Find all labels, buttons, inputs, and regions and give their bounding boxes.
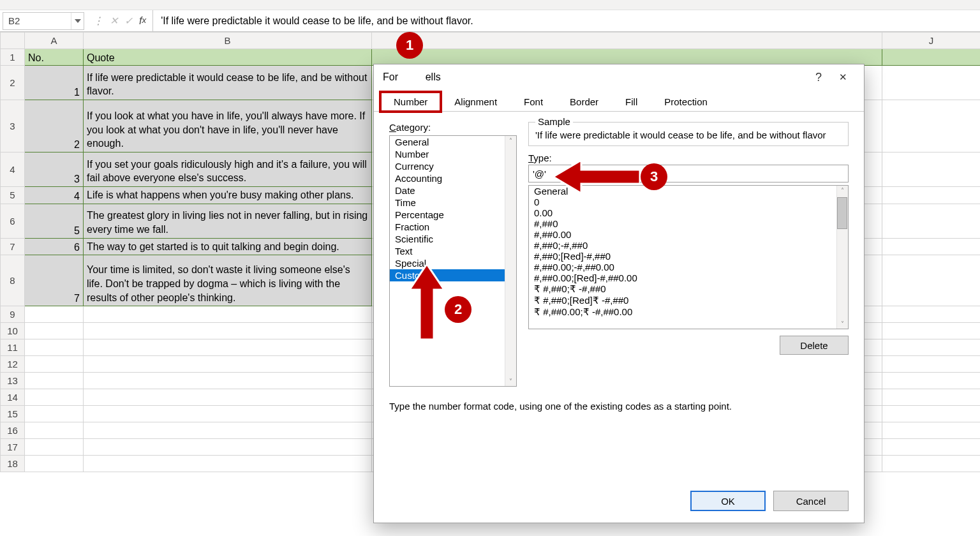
category-item[interactable]: Accounting	[390, 172, 516, 184]
category-item[interactable]: Number	[390, 148, 516, 160]
col-header-gap[interactable]	[372, 33, 882, 49]
row-header[interactable]: 5	[1, 187, 25, 204]
cell[interactable]	[84, 306, 372, 323]
cell[interactable]	[882, 204, 981, 238]
cell[interactable]: Life is what happens when you're busy ma…	[84, 187, 372, 204]
cell[interactable]	[882, 406, 981, 422]
category-item[interactable]: Custom	[390, 269, 516, 281]
delete-button[interactable]: Delete	[780, 336, 849, 355]
name-box-value[interactable]: B2	[3, 15, 71, 26]
cell[interactable]	[84, 456, 372, 472]
tab-fill[interactable]: Fill	[612, 92, 651, 111]
scrollbar[interactable]: ˄ ˅	[505, 136, 516, 386]
name-box[interactable]: B2	[3, 12, 84, 30]
cell[interactable]	[25, 356, 84, 373]
cell[interactable]	[882, 456, 981, 472]
type-item[interactable]: 0.00	[529, 207, 848, 218]
cell[interactable]	[84, 356, 372, 373]
category-item[interactable]: Text	[390, 245, 516, 257]
category-listbox[interactable]: GeneralNumberCurrencyAccountingDateTimeP…	[389, 135, 517, 387]
tab-font[interactable]: Font	[510, 92, 556, 111]
cell[interactable]: Your time is limited, so don't waste it …	[84, 255, 372, 306]
cell[interactable]	[882, 187, 981, 204]
category-item[interactable]: Date	[390, 184, 516, 197]
col-header-b[interactable]: B	[84, 33, 372, 49]
cell[interactable]	[372, 49, 882, 66]
cell[interactable]: If life were predictable it would cease …	[84, 66, 372, 100]
formula-content[interactable]: 'If life were predictable it would cease…	[153, 15, 980, 27]
cell[interactable]	[25, 422, 84, 439]
cell[interactable]	[882, 422, 981, 439]
enter-icon[interactable]: ✓	[124, 15, 133, 27]
cell[interactable]	[882, 339, 981, 356]
type-item[interactable]: #,##0	[529, 218, 848, 229]
cell[interactable]	[882, 153, 981, 187]
cell[interactable]	[25, 339, 84, 356]
type-item[interactable]: 0	[529, 197, 848, 207]
type-input[interactable]	[528, 165, 849, 182]
type-item[interactable]: #,##0.00;-#,##0.00	[529, 262, 848, 272]
type-item[interactable]: #,##0.00	[529, 229, 848, 240]
row-header[interactable]: 18	[1, 456, 25, 472]
type-item[interactable]: ₹ #,##0.00;₹ -#,##0.00	[529, 306, 848, 318]
cancel-icon[interactable]: ✕	[110, 15, 118, 27]
cell[interactable]: The way to get started is to quit talkin…	[84, 238, 372, 255]
row-header[interactable]: 15	[1, 406, 25, 422]
help-icon[interactable]: ?	[806, 71, 831, 84]
chevron-up-icon[interactable]: ˄	[841, 187, 844, 194]
chevron-up-icon[interactable]: ˄	[509, 137, 512, 144]
row-header[interactable]: 11	[1, 339, 25, 356]
row-header[interactable]: 6	[1, 204, 25, 238]
cell[interactable]	[882, 323, 981, 339]
fx-icon[interactable]: fx	[139, 15, 146, 27]
type-item[interactable]: #,##0;[Red]-#,##0	[529, 251, 848, 262]
row-header[interactable]: 1	[1, 49, 25, 66]
cell[interactable]	[882, 238, 981, 255]
row-header[interactable]: 12	[1, 356, 25, 373]
cell[interactable]: 4	[25, 187, 84, 204]
row-header[interactable]: 14	[1, 389, 25, 406]
cell[interactable]	[84, 339, 372, 356]
cell[interactable]: 1	[25, 66, 84, 100]
cancel-button[interactable]: Cancel	[773, 491, 849, 511]
row-header[interactable]: 13	[1, 373, 25, 389]
cell[interactable]: No.	[25, 49, 84, 66]
col-header-a[interactable]: A	[25, 33, 84, 49]
row-header[interactable]: 4	[1, 153, 25, 187]
ok-button[interactable]: OK	[690, 491, 766, 511]
chevron-down-icon[interactable]: ˅	[509, 378, 512, 385]
row-header[interactable]: 10	[1, 323, 25, 339]
cell[interactable]	[25, 406, 84, 422]
row-header[interactable]: 17	[1, 439, 25, 456]
cell[interactable]: 5	[25, 204, 84, 238]
cell[interactable]	[84, 389, 372, 406]
select-all-corner[interactable]	[1, 33, 25, 49]
tab-border[interactable]: Border	[556, 92, 612, 111]
type-item[interactable]: #,##0.00;[Red]-#,##0.00	[529, 272, 848, 283]
type-listbox[interactable]: General00.00#,##0#,##0.00#,##0;-#,##0#,#…	[528, 185, 849, 329]
cell[interactable]	[882, 100, 981, 153]
cell[interactable]	[882, 66, 981, 100]
category-item[interactable]: Time	[390, 197, 516, 209]
row-header[interactable]: 3	[1, 100, 25, 153]
cell[interactable]: The greatest glory in living lies not in…	[84, 204, 372, 238]
cell[interactable]	[25, 373, 84, 389]
cell[interactable]: If you look at what you have in life, yo…	[84, 100, 372, 153]
cell[interactable]: 6	[25, 238, 84, 255]
category-item[interactable]: Currency	[390, 160, 516, 172]
type-item[interactable]: #,##0;-#,##0	[529, 240, 848, 251]
cell[interactable]	[882, 389, 981, 406]
cell[interactable]	[84, 439, 372, 456]
chevron-down-icon[interactable]	[71, 13, 84, 29]
cell[interactable]	[882, 49, 981, 66]
type-item[interactable]: General	[529, 186, 848, 197]
cell[interactable]	[84, 373, 372, 389]
cell[interactable]	[84, 406, 372, 422]
category-item[interactable]: General	[390, 136, 516, 148]
close-icon[interactable]: ✕	[831, 71, 855, 83]
cell[interactable]: 3	[25, 153, 84, 187]
cell[interactable]: 7	[25, 255, 84, 306]
cell[interactable]: 2	[25, 100, 84, 153]
row-header[interactable]: 9	[1, 306, 25, 323]
cell[interactable]	[882, 439, 981, 456]
